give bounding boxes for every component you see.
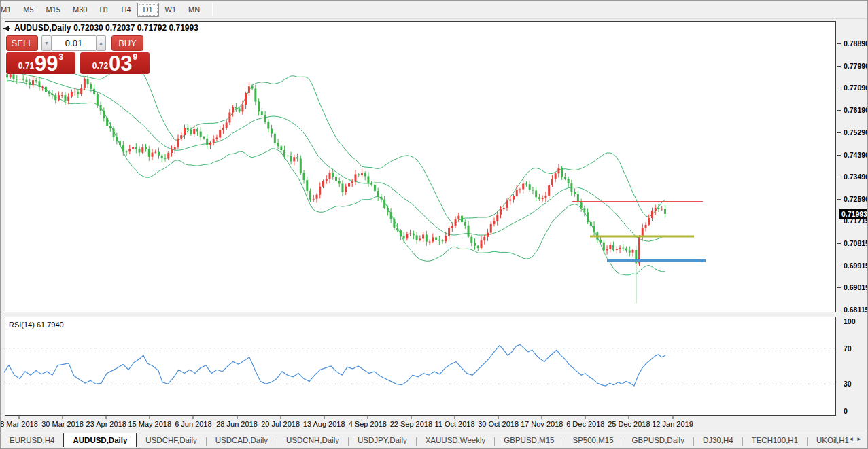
symbol-tab-eurusd[interactable]: EURUSD,H4 [1,433,63,447]
date-tick-mark [63,416,63,419]
price-tick-mark [837,266,841,266]
buy-quote-box[interactable]: 0.72 03 9 [80,52,150,74]
price-tick-label: 0.69015 [844,283,868,291]
price-tick-label: 0.78890 [844,39,868,48]
date-tick-mark [324,416,324,419]
symbol-tab-bar: EURUSD,H4AUDUSD,DailyUSDCHF,DailyUSDCAD,… [1,433,868,449]
chart-title-symbol: AUDUSD,Daily [14,23,71,33]
chart-collapse-icon[interactable] [4,26,9,31]
price-tick-mark [837,88,841,88]
symbol-tab-usdcad[interactable]: USDCAD,Daily [207,433,277,447]
symbol-tab-gbpusd[interactable]: GBPUSD,Daily [623,433,693,447]
date-label: 11 Oct 2018 [434,420,474,428]
date-tick-mark [280,416,281,419]
chart-title: AUDUSD,Daily0.72030 0.72037 0.71792 0.71… [14,23,201,33]
price-tick-label: 0.68115 [844,306,868,314]
timeframe-buttons: M1M5M15M30H1H4D1W1MN [1,3,206,17]
date-label: 22 Sep 2018 [390,420,432,428]
price-tick-mark [837,199,841,200]
symbol-tab-audusd[interactable]: AUDUSD,Daily [63,433,137,447]
sell-price-pipette: 3 [59,52,64,62]
price-tick-mark [837,43,841,44]
date-label: 8 Mar 2018 [0,420,38,428]
price-tick-label: 0.72590 [844,195,868,203]
symbol-tab-xauusd[interactable]: XAUUSD,Weekly [417,433,495,447]
price-tick-label: 0.74390 [844,151,868,159]
date-label: 15 May 2018 [128,420,171,428]
sell-price-big: 99 [35,54,58,73]
timeframe-button-mn[interactable]: MN [182,3,206,17]
price-tick-label: 0.76190 [844,106,868,114]
sell-price-prefix: 0.71 [18,61,34,71]
buy-price-pipette: 9 [133,52,138,62]
timeframe-button-h1[interactable]: H1 [93,3,115,17]
timeframe-button-m15[interactable]: M15 [40,3,67,17]
date-tick-mark [455,416,455,419]
sell-quote-box[interactable]: 0.71 99 3 [6,52,75,74]
chart-title-quote: 0.72030 0.72037 0.71792 0.71993 [73,23,198,33]
symbol-tab-dj30[interactable]: DJ30,H4 [694,433,742,447]
rsi-indicator-label: RSI(14) 61.7940 [9,321,64,329]
price-tick-label: 0.73490 [844,173,868,181]
date-tick-mark [498,416,499,419]
price-tick-mark [837,243,841,244]
date-label: 17 Nov 2018 [521,420,563,428]
price-tick-label: 0.75290 [844,128,868,137]
rsi-indicator-pane[interactable] [5,317,836,416]
current-price-tag: 0.71993 [839,209,868,219]
symbol-tab-tech100[interactable]: TECH100,H1 [743,433,807,447]
date-tick-mark [411,416,411,419]
price-tick-label: 0.77090 [844,84,868,92]
date-label: 4 Sep 2018 [349,420,387,428]
date-label: 6 Jun 2018 [175,420,211,428]
tab-scroll-left-icon[interactable]: ◄ [848,436,856,442]
chevron-up-icon: ▲ [99,41,103,46]
price-tick-mark [837,110,841,111]
price-tick-label: 0.77990 [844,62,868,70]
price-tick-mark [837,310,841,310]
date-tick-mark [106,416,107,419]
date-label: 30 Mar 2018 [41,420,84,428]
buy-button[interactable]: BUY [111,35,143,51]
rsi-tick-label: 30 [844,380,852,388]
date-tick-mark [672,416,673,419]
date-label: 25 Dec 2018 [608,420,650,428]
tab-scroll-right-icon[interactable]: ► [856,436,865,442]
symbol-tab-usdjpy[interactable]: USDJPY,Daily [349,433,416,447]
rsi-tick-label: 100 [844,317,856,325]
sell-button[interactable]: SELL [6,35,38,51]
tab-scroll-arrows: ◄► [848,436,865,442]
timeframe-button-m30[interactable]: M30 [67,3,93,17]
lot-decrease-button[interactable]: ▼ [41,35,52,51]
timeframe-button-m1[interactable]: M1 [1,3,17,17]
price-tick-label: 0.69915 [844,262,868,270]
date-label: 28 Jun 2018 [216,420,258,428]
lot-increase-button[interactable]: ▲ [96,35,106,51]
symbol-tab-gbpusd[interactable]: GBPUSD,M15 [495,433,563,447]
one-click-trade-panel: SELL ▼ ▲ BUY 0.71 99 3 0.72 03 9 [6,35,150,74]
rsi-tick-label: 70 [844,344,852,353]
lot-size-input[interactable] [52,35,96,51]
rsi-tick-label: 0 [844,407,848,415]
date-tick-mark [367,416,368,419]
date-label: 13 Aug 2018 [303,420,345,428]
date-tick-mark [542,416,542,419]
price-tick-label: 0.70815 [844,239,868,247]
timeframe-button-w1[interactable]: W1 [159,3,183,17]
date-tick-mark [585,416,586,419]
date-label: 20 Jul 2018 [261,420,300,428]
timeframe-button-m5[interactable]: M5 [17,3,39,17]
toolbar-separator [212,3,213,16]
date-tick-mark [19,416,20,419]
date-tick-mark [237,416,237,419]
symbol-tab-usdcnh[interactable]: USDCNH,Daily [277,433,348,447]
price-tick-mark [837,287,841,288]
symbol-tab-usdchf[interactable]: USDCHF,Daily [137,433,205,447]
timeframe-button-h4[interactable]: H4 [115,3,137,17]
date-label: 12 Jan 2019 [652,420,693,428]
date-tick-mark [193,416,194,419]
chevron-down-icon: ▼ [44,41,49,46]
symbol-tab-sp500[interactable]: SP500,M15 [563,433,622,447]
timeframe-button-d1[interactable]: D1 [137,3,159,17]
date-label: 30 Oct 2018 [478,420,519,428]
